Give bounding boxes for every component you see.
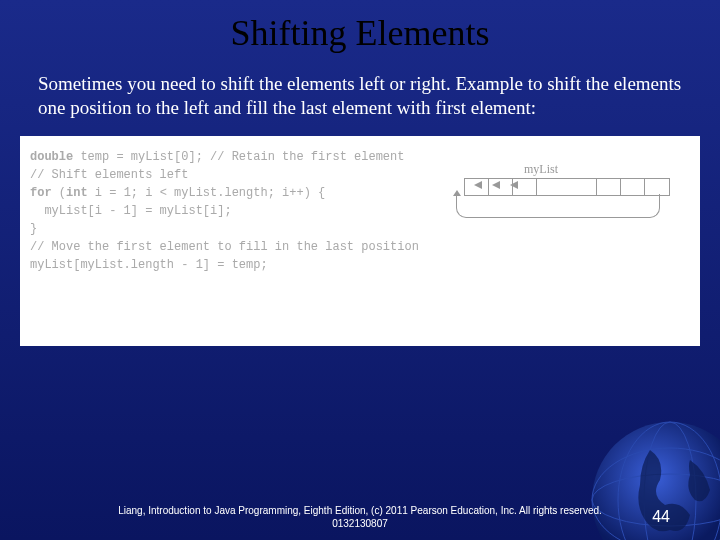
footer-citation: Liang, Introduction to Java Programming,… <box>0 504 720 530</box>
code-text: ( <box>52 186 66 200</box>
array-diagram: myList <box>464 178 670 196</box>
keyword: int <box>66 186 88 200</box>
keyword: double <box>30 150 73 164</box>
slide-title: Shifting Elements <box>0 0 720 54</box>
code-text: myList[myList.length - 1] = temp; <box>30 256 690 274</box>
code-text: } <box>30 220 690 238</box>
code-text: temp = myList[0]; // Retain the first el… <box>73 150 404 164</box>
wrap-arrow-icon <box>456 194 660 218</box>
page-number: 44 <box>652 508 670 526</box>
code-block: double temp = myList[0]; // Retain the f… <box>20 136 700 346</box>
keyword: for <box>30 186 52 200</box>
shift-arrows-icon <box>474 181 518 189</box>
diagram-label: myList <box>524 160 558 178</box>
code-comment: // Move the first element to fill in the… <box>30 238 690 256</box>
code-text: i = 1; i < myList.length; i++) { <box>88 186 326 200</box>
slide-body: Sometimes you need to shift the elements… <box>0 54 720 120</box>
